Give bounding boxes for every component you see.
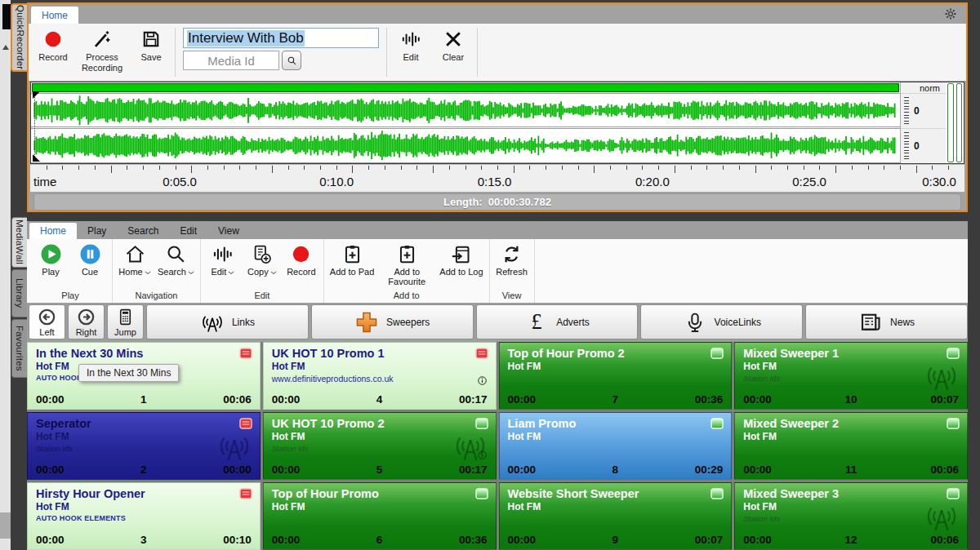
ribbon-group-play: PlayCuePlay (29, 239, 113, 303)
category-sweepers-button[interactable]: Sweepers (311, 304, 474, 339)
left-button[interactable]: Left (29, 304, 65, 339)
process-recording-button[interactable]: Process Recording (74, 25, 130, 79)
pad-times: 00:00600:36 (272, 534, 488, 546)
axis-tick (835, 166, 836, 173)
pad-seperator[interactable]: SeperatorHot FMStation Ids00:00200:00 (27, 412, 261, 480)
media-id-search-button[interactable] (282, 51, 301, 70)
pad-liam-promo[interactable]: Liam PromoHot FM00:00800:29 (499, 412, 733, 480)
cue-button[interactable]: Cue (70, 241, 109, 277)
scrollbar-thumb[interactable] (0, 512, 11, 539)
axis-tick (658, 166, 659, 170)
mediawall-tab-edit[interactable]: Edit (169, 223, 207, 239)
category-adverts-button[interactable]: £Adverts (476, 304, 639, 339)
pad-uk-hot-10-promo-1[interactable]: UK HOT 10 Promo 1Hot FMwww.definitivepro… (263, 342, 497, 410)
waveform-area[interactable] (31, 82, 900, 163)
record-button[interactable]: Record (32, 25, 74, 79)
quickrecorder-tab-home[interactable]: Home (31, 7, 78, 24)
scale-zero-label: 0 (914, 105, 920, 117)
axis-tick (562, 166, 563, 170)
add-to-favourite-button[interactable]: Add to Favourite (377, 241, 436, 287)
gear-icon[interactable] (943, 7, 958, 21)
pad-website-short-sweeper[interactable]: Website Short SweeperHot FM00:00900:07 (499, 482, 733, 550)
time-axis: time 0:05.00:10.00:15.00:20.00:25.00:30.… (30, 164, 964, 192)
media-id-input[interactable] (183, 51, 279, 70)
sidebar-tab-library[interactable]: Library (11, 269, 27, 317)
mediawall-tab-view[interactable]: View (207, 223, 250, 239)
mediawall-tabrow: HomePlaySearchEditView (27, 221, 968, 239)
refresh-button[interactable]: Refresh (492, 241, 532, 277)
edit-button[interactable]: Edit (390, 25, 432, 79)
sidebar-tab-favourites[interactable]: Favourites (11, 319, 27, 378)
pad-hirsty-hour-opener[interactable]: Hirsty Hour OpenerHot FMAUTO HOOK ELEMEN… (27, 482, 261, 550)
level-meter-right (956, 83, 963, 162)
sidebar-tab-mediawall[interactable]: MediaWall (11, 217, 27, 268)
axis-tick (868, 166, 869, 170)
pad-start-time: 00:00 (272, 464, 301, 476)
end-marker-icon[interactable] (33, 154, 40, 162)
pad-status-green-icon (947, 418, 960, 429)
pad-in-the-next-30-mins[interactable]: In the Next 30 MinsHot FMAUTO HOOK ELEME… (27, 342, 261, 410)
right-button[interactable]: Right (68, 304, 105, 339)
pad-top-of-hour-promo-2[interactable]: Top of Hour Promo 2Hot FM00:00700:36 (499, 342, 733, 410)
axis-tick (368, 166, 369, 170)
playhead-cursor[interactable] (34, 92, 35, 162)
axis-tick (336, 166, 337, 170)
mediawall-tab-search[interactable]: Search (117, 223, 169, 239)
category-news-button[interactable]: News (805, 304, 968, 339)
ribbon-group-label: View (492, 290, 532, 303)
category-voicelinks-button[interactable]: VoiceLinks (640, 304, 803, 339)
axis-tick (78, 166, 79, 170)
add-to-log-button[interactable]: Add to Log (436, 241, 486, 277)
info-icon[interactable] (476, 375, 488, 387)
pad-status-green-icon (710, 348, 724, 359)
pad-start-time: 00:00 (743, 534, 772, 546)
jump-button[interactable]: Jump (107, 304, 144, 339)
pad-uk-hot-10-promo-2[interactable]: UK HOT 10 Promo 2Hot FMStation Ids00:005… (263, 412, 497, 480)
search-button[interactable]: Search (154, 241, 198, 277)
pad-top-of-hour-promo[interactable]: Top of Hour PromoHot FM00:00600:36 (263, 482, 497, 550)
axis-tick (256, 166, 256, 170)
pad-subtitle: www.definitiveproductions.co.uk (272, 374, 488, 384)
waveform-editor[interactable]: norm 0 0 (30, 82, 964, 164)
pad-duration: 00:10 (223, 534, 252, 546)
play-button[interactable]: Play (31, 241, 70, 277)
axis-tick-label: 0:20.0 (635, 175, 670, 189)
info-icon[interactable] (476, 449, 488, 461)
log-icon (450, 243, 472, 265)
pad-start-time: 00:00 (36, 393, 65, 406)
pad-subtitle: AUTO HOOK ELEMENTS (36, 514, 252, 522)
mediawall-tab-play[interactable]: Play (77, 223, 117, 239)
axis-tick (529, 166, 530, 170)
axis-tick (642, 166, 643, 170)
axis-tick (449, 166, 450, 170)
ribbon-separator (175, 28, 176, 77)
quickrecorder-titlebar: Home (29, 4, 966, 24)
pad-mixed-sweeper-2[interactable]: Mixed Sweeper 2Hot FM00:001100:06 (734, 412, 968, 480)
axis-tick (546, 166, 546, 170)
axis-tick (932, 166, 933, 170)
record-button[interactable]: Record (282, 241, 321, 277)
pad-title: Mixed Sweeper 2 (743, 417, 939, 430)
copy-button[interactable]: Copy (243, 241, 282, 277)
add-to-pad-button[interactable]: Add to Pad (327, 241, 377, 277)
title-input-selected-text: Interview With Bob (187, 30, 305, 47)
axis-tick (771, 166, 772, 170)
clear-button[interactable]: Clear (432, 25, 474, 79)
pad-mixed-sweeper-1[interactable]: Mixed Sweeper 1Hot FMStation Ids00:00100… (734, 342, 968, 410)
mediawall-tab-home[interactable]: Home (29, 223, 77, 239)
ribbon-group-view: RefreshView (490, 239, 535, 303)
category-links-button[interactable]: Links (146, 304, 309, 339)
waveform-icon (400, 29, 421, 50)
pad-mixed-sweeper-3[interactable]: Mixed Sweeper 3Hot FMStation Ids00:00120… (734, 482, 968, 550)
pad-number: 5 (300, 464, 459, 476)
pad-start-time: 00:00 (508, 534, 537, 546)
save-button[interactable]: Save (130, 25, 172, 79)
start-marker-icon[interactable] (33, 91, 40, 99)
title-input[interactable]: Interview With Bob (183, 28, 379, 48)
pad-number: 9 (536, 534, 695, 546)
sidebar-tab-quickrecorder[interactable]: QuickRecorder (11, 3, 28, 72)
edit-button[interactable]: Edit (203, 241, 243, 277)
home-button[interactable]: Home (115, 241, 154, 277)
ribbon-separator (477, 28, 478, 77)
amplitude-scale: norm 0 0 (900, 82, 946, 163)
